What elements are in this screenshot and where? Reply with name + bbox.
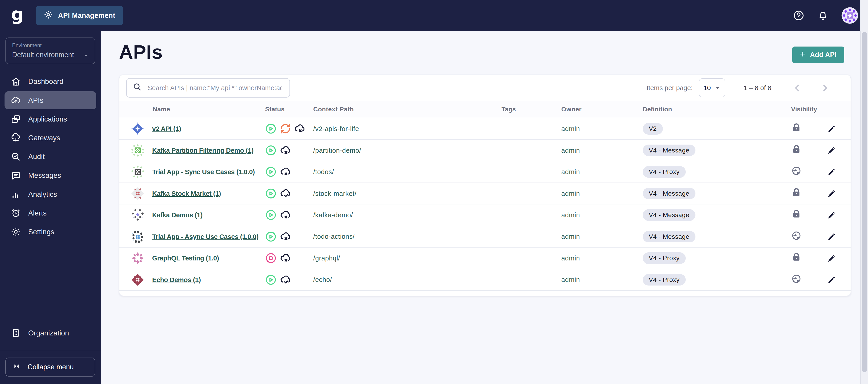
owner-value: admin xyxy=(561,168,643,176)
owner-value: admin xyxy=(561,233,643,240)
sidebar-item-label: Messages xyxy=(28,171,61,180)
cloud-x-status-icon xyxy=(280,252,291,264)
environment-select[interactable]: Environment Default environment xyxy=(5,37,95,64)
search-input[interactable] xyxy=(147,83,284,93)
definition-badge: V4 - Proxy xyxy=(643,252,686,264)
context-path-value: /echo/ xyxy=(313,276,501,283)
product-switcher-button[interactable]: API Management xyxy=(36,6,123,25)
sidebar-item-applications[interactable]: Applications xyxy=(4,110,96,128)
api-avatar xyxy=(130,208,145,222)
api-name-link[interactable]: Kafka Stock Market (1) xyxy=(152,189,221,198)
environment-value: Default environment xyxy=(12,51,89,59)
api-name-link[interactable]: v2 API (1) xyxy=(152,124,181,133)
page-title: APIs xyxy=(119,41,163,63)
visibility-cell xyxy=(791,252,827,265)
api-name-link[interactable]: Trial App - Sync Use Cases (1.0.0) xyxy=(152,167,255,176)
sidebar-item-dashboard[interactable]: Dashboard xyxy=(4,72,96,91)
user-avatar[interactable] xyxy=(841,7,858,24)
definition-badge: V4 - Message xyxy=(643,188,695,200)
table-row: Trial App - Async Use Cases (1.0.0) /tod… xyxy=(119,226,850,248)
status-cell xyxy=(265,166,313,178)
api-avatar xyxy=(130,273,145,287)
cloud-check-status-icon xyxy=(280,188,291,199)
lock-icon xyxy=(791,252,802,263)
edit-pencil-icon[interactable] xyxy=(827,124,837,134)
column-header-name[interactable]: Name xyxy=(119,106,265,113)
sidebar-item-settings[interactable]: Settings xyxy=(4,223,96,241)
context-path-value: /v2-apis-for-life xyxy=(313,125,501,133)
next-page-button[interactable] xyxy=(819,82,831,94)
definition-badge: V4 - Proxy xyxy=(643,274,686,286)
chevron-down-icon xyxy=(715,85,721,91)
edit-pencil-icon[interactable] xyxy=(827,253,837,264)
column-header-owner[interactable]: Owner xyxy=(561,106,643,113)
sidebar: Environment Default environment Dashboar… xyxy=(0,31,101,384)
sidebar-item-alerts[interactable]: Alerts xyxy=(4,204,96,222)
sidebar-item-organization[interactable]: Organization xyxy=(4,324,96,342)
visibility-cell xyxy=(791,123,827,135)
status-cell xyxy=(265,145,313,156)
status-cell xyxy=(265,123,313,134)
visibility-cell xyxy=(791,209,827,221)
lock-icon xyxy=(791,209,802,219)
search-icon xyxy=(133,82,142,93)
sidebar-divider xyxy=(0,350,101,350)
add-api-button[interactable]: + Add API xyxy=(792,46,844,63)
api-name-link[interactable]: Trial App - Async Use Cases (1.0.0) xyxy=(152,232,258,241)
chevron-down-icon xyxy=(83,51,89,58)
previous-page-button[interactable] xyxy=(792,82,803,94)
lock-icon xyxy=(791,123,802,133)
owner-value: admin xyxy=(561,276,643,283)
column-header-visibility[interactable]: Visibility xyxy=(791,106,827,113)
items-per-page-select[interactable]: 10 xyxy=(699,78,725,97)
edit-pencil-icon[interactable] xyxy=(827,274,837,285)
scrollbar-thumb[interactable] xyxy=(862,32,867,372)
edit-pencil-icon[interactable] xyxy=(827,210,837,220)
cloud-up-icon xyxy=(11,95,21,106)
column-header-status[interactable]: Status xyxy=(265,106,313,113)
sidebar-item-label: Dashboard xyxy=(28,77,64,85)
edit-pencil-icon[interactable] xyxy=(827,188,837,199)
api-name-link[interactable]: Echo Demos (1) xyxy=(152,275,201,284)
edit-pencil-icon[interactable] xyxy=(827,231,837,242)
sidebar-item-apis[interactable]: APIs xyxy=(4,91,96,110)
column-header-tags[interactable]: Tags xyxy=(501,106,561,113)
product-switcher-label: API Management xyxy=(58,11,115,20)
help-icon[interactable] xyxy=(793,10,804,21)
context-path-value: /stock-market/ xyxy=(313,190,501,198)
table-toolbar: Items per page: 10 1 – 8 of 8 xyxy=(119,75,850,101)
edit-pencil-icon[interactable] xyxy=(827,145,837,155)
api-name-link[interactable]: Kafka Demos (1) xyxy=(152,211,203,219)
table-row: Kafka Stock Market (1) /stock-market/ ad… xyxy=(119,183,850,204)
status-cell xyxy=(265,231,313,242)
page-scrollbar[interactable] xyxy=(860,0,868,384)
organization-icon xyxy=(11,328,21,338)
sidebar-item-label: Analytics xyxy=(28,190,57,199)
column-header-context[interactable]: Context Path xyxy=(313,106,501,113)
column-header-definition[interactable]: Definition xyxy=(643,106,791,113)
stop-status-icon xyxy=(265,252,277,264)
sidebar-item-audit[interactable]: Audit xyxy=(4,147,96,166)
sidebar-item-analytics[interactable]: Analytics xyxy=(4,185,96,204)
visibility-cell xyxy=(791,144,827,157)
audit-icon xyxy=(11,151,21,162)
collapse-menu-button[interactable]: Collapse menu xyxy=(5,357,95,377)
api-name-link[interactable]: GraphQL Testing (1.0) xyxy=(152,254,219,263)
gravitee-logo: g xyxy=(11,5,24,23)
cloud-check-status-icon xyxy=(280,274,291,285)
context-path-value: /todo-actions/ xyxy=(313,233,501,240)
visibility-cell xyxy=(791,166,827,178)
sidebar-item-gateways[interactable]: Gateways xyxy=(4,129,96,147)
play-status-icon xyxy=(265,188,277,199)
notifications-bell-icon[interactable] xyxy=(817,10,829,21)
sidebar-item-messages[interactable]: Messages xyxy=(4,166,96,184)
add-api-label: Add API xyxy=(810,51,837,59)
table-row: Trial App - Sync Use Cases (1.0.0) /todo… xyxy=(119,161,850,183)
api-avatar xyxy=(130,230,145,244)
table-body: v2 API (1) /v2-apis-for-life admin V2 Ka… xyxy=(119,118,850,291)
definition-badge: V4 - Message xyxy=(643,231,695,243)
edit-pencil-icon[interactable] xyxy=(827,167,837,177)
globe-icon xyxy=(791,274,802,284)
pagination-cluster: Items per page: 10 1 – 8 of 8 xyxy=(647,78,844,97)
api-name-link[interactable]: Kafka Partition Filtering Demo (1) xyxy=(152,146,253,155)
